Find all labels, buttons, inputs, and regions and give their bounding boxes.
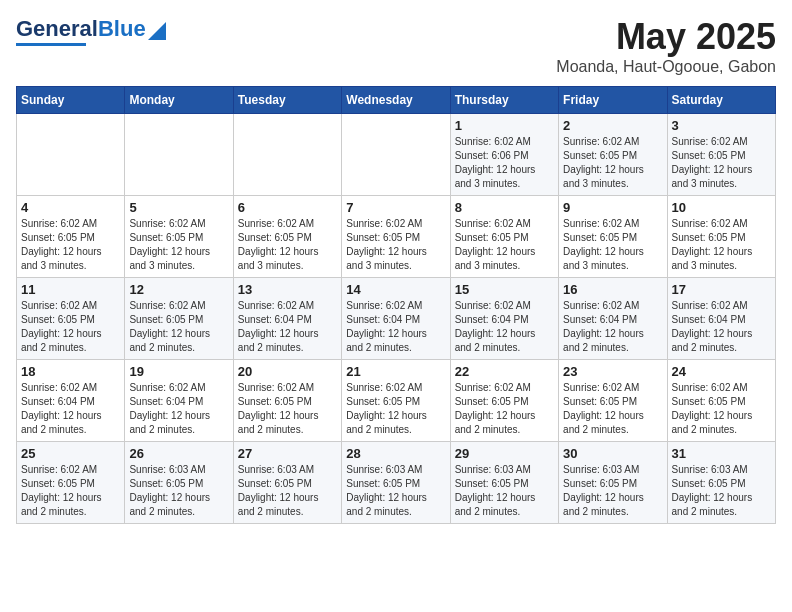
day-number: 18: [21, 364, 120, 379]
day-number: 14: [346, 282, 445, 297]
day-number: 25: [21, 446, 120, 461]
svg-marker-0: [148, 22, 166, 40]
calendar-week-row: 4Sunrise: 6:02 AM Sunset: 6:05 PM Daylig…: [17, 196, 776, 278]
calendar-day-cell: 8Sunrise: 6:02 AM Sunset: 6:05 PM Daylig…: [450, 196, 558, 278]
day-info: Sunrise: 6:02 AM Sunset: 6:05 PM Dayligh…: [129, 299, 228, 355]
month-title: May 2025: [556, 16, 776, 58]
day-number: 17: [672, 282, 771, 297]
calendar-day-cell: 6Sunrise: 6:02 AM Sunset: 6:05 PM Daylig…: [233, 196, 341, 278]
calendar-day-cell: 1Sunrise: 6:02 AM Sunset: 6:06 PM Daylig…: [450, 114, 558, 196]
calendar-day-cell: 4Sunrise: 6:02 AM Sunset: 6:05 PM Daylig…: [17, 196, 125, 278]
day-info: Sunrise: 6:02 AM Sunset: 6:04 PM Dayligh…: [672, 299, 771, 355]
day-of-week-header: Sunday: [17, 87, 125, 114]
day-info: Sunrise: 6:02 AM Sunset: 6:05 PM Dayligh…: [672, 135, 771, 191]
calendar-day-cell: 28Sunrise: 6:03 AM Sunset: 6:05 PM Dayli…: [342, 442, 450, 524]
day-info: Sunrise: 6:02 AM Sunset: 6:04 PM Dayligh…: [346, 299, 445, 355]
day-info: Sunrise: 6:02 AM Sunset: 6:04 PM Dayligh…: [129, 381, 228, 437]
day-info: Sunrise: 6:02 AM Sunset: 6:04 PM Dayligh…: [21, 381, 120, 437]
calendar-day-cell: 29Sunrise: 6:03 AM Sunset: 6:05 PM Dayli…: [450, 442, 558, 524]
day-info: Sunrise: 6:02 AM Sunset: 6:04 PM Dayligh…: [563, 299, 662, 355]
day-of-week-header: Wednesday: [342, 87, 450, 114]
calendar-day-cell: 3Sunrise: 6:02 AM Sunset: 6:05 PM Daylig…: [667, 114, 775, 196]
day-info: Sunrise: 6:02 AM Sunset: 6:05 PM Dayligh…: [21, 299, 120, 355]
calendar-day-cell: 26Sunrise: 6:03 AM Sunset: 6:05 PM Dayli…: [125, 442, 233, 524]
day-number: 5: [129, 200, 228, 215]
day-info: Sunrise: 6:02 AM Sunset: 6:04 PM Dayligh…: [455, 299, 554, 355]
calendar-day-cell: 9Sunrise: 6:02 AM Sunset: 6:05 PM Daylig…: [559, 196, 667, 278]
day-info: Sunrise: 6:03 AM Sunset: 6:05 PM Dayligh…: [129, 463, 228, 519]
calendar-day-cell: 7Sunrise: 6:02 AM Sunset: 6:05 PM Daylig…: [342, 196, 450, 278]
day-info: Sunrise: 6:02 AM Sunset: 6:05 PM Dayligh…: [346, 381, 445, 437]
day-number: 26: [129, 446, 228, 461]
day-info: Sunrise: 6:03 AM Sunset: 6:05 PM Dayligh…: [672, 463, 771, 519]
calendar-day-cell: 30Sunrise: 6:03 AM Sunset: 6:05 PM Dayli…: [559, 442, 667, 524]
day-info: Sunrise: 6:02 AM Sunset: 6:05 PM Dayligh…: [672, 381, 771, 437]
day-info: Sunrise: 6:03 AM Sunset: 6:05 PM Dayligh…: [346, 463, 445, 519]
day-number: 4: [21, 200, 120, 215]
calendar-day-cell: 23Sunrise: 6:02 AM Sunset: 6:05 PM Dayli…: [559, 360, 667, 442]
day-info: Sunrise: 6:02 AM Sunset: 6:05 PM Dayligh…: [129, 217, 228, 273]
day-info: Sunrise: 6:02 AM Sunset: 6:05 PM Dayligh…: [238, 381, 337, 437]
day-info: Sunrise: 6:02 AM Sunset: 6:05 PM Dayligh…: [455, 381, 554, 437]
calendar-week-row: 18Sunrise: 6:02 AM Sunset: 6:04 PM Dayli…: [17, 360, 776, 442]
day-info: Sunrise: 6:02 AM Sunset: 6:05 PM Dayligh…: [672, 217, 771, 273]
day-number: 31: [672, 446, 771, 461]
calendar-day-cell: [233, 114, 341, 196]
calendar-day-cell: 15Sunrise: 6:02 AM Sunset: 6:04 PM Dayli…: [450, 278, 558, 360]
calendar-header-row: SundayMondayTuesdayWednesdayThursdayFrid…: [17, 87, 776, 114]
day-number: 7: [346, 200, 445, 215]
day-number: 28: [346, 446, 445, 461]
calendar-table: SundayMondayTuesdayWednesdayThursdayFrid…: [16, 86, 776, 524]
calendar-day-cell: 21Sunrise: 6:02 AM Sunset: 6:05 PM Dayli…: [342, 360, 450, 442]
calendar-day-cell: 13Sunrise: 6:02 AM Sunset: 6:04 PM Dayli…: [233, 278, 341, 360]
day-number: 24: [672, 364, 771, 379]
logo-icon: [148, 22, 166, 40]
title-block: May 2025 Moanda, Haut-Ogooue, Gabon: [556, 16, 776, 76]
day-number: 3: [672, 118, 771, 133]
calendar-week-row: 25Sunrise: 6:02 AM Sunset: 6:05 PM Dayli…: [17, 442, 776, 524]
calendar-week-row: 11Sunrise: 6:02 AM Sunset: 6:05 PM Dayli…: [17, 278, 776, 360]
calendar-day-cell: 19Sunrise: 6:02 AM Sunset: 6:04 PM Dayli…: [125, 360, 233, 442]
day-number: 19: [129, 364, 228, 379]
day-info: Sunrise: 6:03 AM Sunset: 6:05 PM Dayligh…: [563, 463, 662, 519]
day-info: Sunrise: 6:03 AM Sunset: 6:05 PM Dayligh…: [455, 463, 554, 519]
day-number: 10: [672, 200, 771, 215]
calendar-day-cell: 14Sunrise: 6:02 AM Sunset: 6:04 PM Dayli…: [342, 278, 450, 360]
day-info: Sunrise: 6:02 AM Sunset: 6:06 PM Dayligh…: [455, 135, 554, 191]
day-number: 20: [238, 364, 337, 379]
calendar-day-cell: 25Sunrise: 6:02 AM Sunset: 6:05 PM Dayli…: [17, 442, 125, 524]
logo-general: General: [16, 16, 98, 42]
day-number: 6: [238, 200, 337, 215]
calendar-day-cell: [342, 114, 450, 196]
day-info: Sunrise: 6:02 AM Sunset: 6:05 PM Dayligh…: [563, 217, 662, 273]
calendar-day-cell: 18Sunrise: 6:02 AM Sunset: 6:04 PM Dayli…: [17, 360, 125, 442]
day-number: 21: [346, 364, 445, 379]
calendar-day-cell: 2Sunrise: 6:02 AM Sunset: 6:05 PM Daylig…: [559, 114, 667, 196]
calendar-day-cell: 27Sunrise: 6:03 AM Sunset: 6:05 PM Dayli…: [233, 442, 341, 524]
day-of-week-header: Monday: [125, 87, 233, 114]
calendar-day-cell: 24Sunrise: 6:02 AM Sunset: 6:05 PM Dayli…: [667, 360, 775, 442]
page-header: General Blue May 2025 Moanda, Haut-Ogoou…: [16, 16, 776, 76]
calendar-day-cell: 11Sunrise: 6:02 AM Sunset: 6:05 PM Dayli…: [17, 278, 125, 360]
calendar-day-cell: 16Sunrise: 6:02 AM Sunset: 6:04 PM Dayli…: [559, 278, 667, 360]
calendar-day-cell: 20Sunrise: 6:02 AM Sunset: 6:05 PM Dayli…: [233, 360, 341, 442]
calendar-week-row: 1Sunrise: 6:02 AM Sunset: 6:06 PM Daylig…: [17, 114, 776, 196]
calendar-day-cell: [17, 114, 125, 196]
day-of-week-header: Friday: [559, 87, 667, 114]
calendar-day-cell: [125, 114, 233, 196]
calendar-day-cell: 17Sunrise: 6:02 AM Sunset: 6:04 PM Dayli…: [667, 278, 775, 360]
calendar-day-cell: 10Sunrise: 6:02 AM Sunset: 6:05 PM Dayli…: [667, 196, 775, 278]
day-number: 11: [21, 282, 120, 297]
day-of-week-header: Thursday: [450, 87, 558, 114]
calendar-day-cell: 31Sunrise: 6:03 AM Sunset: 6:05 PM Dayli…: [667, 442, 775, 524]
day-number: 15: [455, 282, 554, 297]
day-info: Sunrise: 6:02 AM Sunset: 6:04 PM Dayligh…: [238, 299, 337, 355]
day-number: 1: [455, 118, 554, 133]
day-info: Sunrise: 6:02 AM Sunset: 6:05 PM Dayligh…: [563, 381, 662, 437]
day-number: 12: [129, 282, 228, 297]
day-number: 29: [455, 446, 554, 461]
day-number: 9: [563, 200, 662, 215]
day-number: 16: [563, 282, 662, 297]
logo-blue: Blue: [98, 16, 146, 42]
day-number: 23: [563, 364, 662, 379]
